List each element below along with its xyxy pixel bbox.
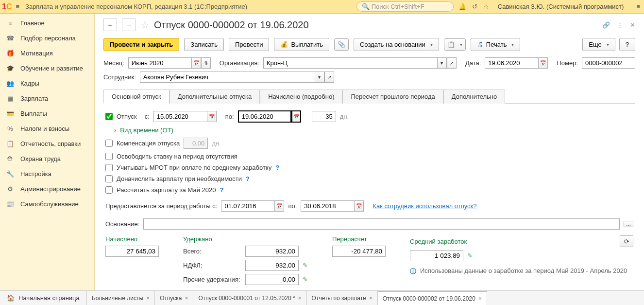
number-input[interactable] [582, 57, 635, 69]
tab-extra[interactable]: Дополнительно [443, 90, 506, 104]
time-kind-link[interactable]: Вид времени (ОТ) [120, 126, 173, 134]
compensation-checkbox[interactable] [105, 140, 113, 147]
date-to-calendar-button[interactable]: 📅 [291, 110, 301, 123]
mrot-checkbox[interactable] [105, 164, 113, 171]
extra-salary-help-icon[interactable]: ? [246, 175, 250, 182]
other-value[interactable] [245, 274, 299, 285]
bell-icon[interactable]: 🔔 [458, 3, 466, 10]
close-icon[interactable]: × [146, 295, 150, 302]
print-button[interactable]: 🖨Печать [471, 38, 521, 51]
sidebar-item-admin[interactable]: ⚙Администрирование [0, 181, 94, 197]
employee-dropdown-button[interactable]: ▾ [315, 72, 324, 83]
chevron-right-icon[interactable]: › [114, 126, 116, 134]
total-value[interactable] [245, 246, 299, 257]
star-icon[interactable]: ☆ [483, 3, 489, 10]
close-icon[interactable]: ✕ [630, 21, 635, 29]
period-from-calendar-button[interactable]: 📅 [274, 200, 284, 212]
create-based-button[interactable]: Создать на основании [354, 38, 439, 51]
more-button[interactable]: Еще [582, 38, 615, 51]
mrot-help-icon[interactable]: ? [275, 164, 279, 171]
days-input[interactable] [312, 111, 336, 122]
other-edit-icon[interactable]: ✎ [303, 276, 308, 283]
sidebar-item-hr[interactable]: 👥Кадры [0, 76, 94, 91]
save-button[interactable]: Записать [184, 38, 224, 51]
extra-salary-checkbox[interactable] [105, 175, 113, 182]
ndfl-edit-icon[interactable]: ✎ [303, 262, 308, 269]
link-icon[interactable]: 🔗 [602, 21, 610, 29]
btab-vacation-1[interactable]: Отпуск 0000-000001 от 12.05.2020 *× [193, 291, 306, 305]
history-icon[interactable]: ↺ [472, 3, 477, 10]
nav-forward-button[interactable]: → [122, 18, 136, 31]
tab-recalc[interactable]: Пересчет прошлого периода [342, 90, 443, 104]
sidebar-item-settings[interactable]: 🔧Настройка [0, 166, 94, 181]
btab-vacation-2[interactable]: Отпуск 0000-000002 от 19.06.2020× [378, 291, 487, 305]
sidebar-item-recruit[interactable]: ☎Подбор персонала [0, 31, 94, 46]
menu-icon[interactable]: ≡ [16, 3, 19, 10]
copy-button[interactable]: 📋 [444, 38, 466, 51]
kebab-icon[interactable]: ⋮ [617, 21, 623, 29]
date-calendar-button[interactable]: 📅 [538, 57, 548, 69]
gift-icon: 🎁 [6, 50, 15, 57]
panel-toggle-icon[interactable]: ≡ [634, 2, 642, 11]
btab-reports[interactable]: Отчеты по зарплате× [307, 291, 378, 305]
user-label[interactable]: Савинская З.Ю. (Системный программист) [498, 3, 624, 10]
month-spinner-button[interactable]: ⇅ [201, 57, 211, 69]
sidebar-item-training[interactable]: 🎓Обучение и развитие [0, 61, 94, 76]
vacation-checkbox[interactable] [105, 113, 113, 120]
employee-input[interactable] [140, 72, 315, 83]
tab-main-vacation[interactable]: Основной отпуск [103, 90, 169, 104]
pay-button[interactable]: 💰Выплатить [274, 38, 329, 51]
avg-edit-icon[interactable]: ✎ [467, 252, 473, 259]
recalc-value[interactable] [332, 246, 386, 257]
btab-vacations[interactable]: Отпуска× [155, 291, 193, 305]
close-icon[interactable]: × [298, 295, 302, 302]
avg-value[interactable] [410, 250, 463, 261]
org-open-button[interactable]: ↗ [447, 57, 457, 69]
month-input[interactable] [128, 57, 191, 69]
favorite-star-icon[interactable]: ☆ [140, 19, 149, 31]
phone-icon: ☎ [6, 35, 15, 42]
btab-sick[interactable]: Больничные листы× [87, 291, 155, 305]
period-from-input[interactable] [221, 200, 274, 212]
date-from-input[interactable] [153, 111, 207, 122]
date-input[interactable] [485, 57, 538, 69]
basis-input[interactable] [143, 218, 620, 230]
attach-button[interactable]: 📎 [334, 38, 349, 51]
basis-select-button[interactable]: … [624, 221, 633, 227]
refresh-button[interactable]: ⟳ [620, 235, 633, 247]
period-to-input[interactable] [301, 200, 354, 212]
close-icon[interactable]: × [369, 295, 373, 302]
month-calendar-button[interactable]: 📅 [191, 57, 201, 69]
org-dropdown-button[interactable]: ▾ [437, 57, 447, 69]
ndfl-value[interactable] [245, 260, 299, 271]
sidebar-item-taxes[interactable]: %Налоги и взносы [0, 121, 94, 136]
calc-salary-help-icon[interactable]: ? [220, 186, 223, 194]
date-from-calendar-button[interactable]: 📅 [207, 111, 217, 122]
post-and-close-button[interactable]: Провести и закрыть [103, 38, 179, 51]
search-input[interactable]: 🔍 Поиск Ctrl+Shift+F [356, 1, 454, 12]
sidebar-item-main[interactable]: ≡Главное [0, 16, 94, 31]
close-icon[interactable]: × [185, 295, 188, 302]
period-to-calendar-button[interactable]: 📅 [354, 200, 364, 212]
sidebar-item-safety[interactable]: ⛑Охрана труда [0, 151, 94, 166]
post-button[interactable]: Провести [229, 38, 270, 51]
release-rate-checkbox[interactable] [105, 153, 113, 160]
sidebar-item-reports[interactable]: 📋Отчетность, справки [0, 136, 94, 151]
compensation-input[interactable] [184, 138, 208, 149]
accrued-value[interactable] [105, 246, 159, 257]
org-input[interactable] [263, 57, 437, 69]
how-used-link[interactable]: Как сотрудник использовал отпуск? [373, 202, 476, 210]
home-tab[interactable]: 🏠 Начальная страница [0, 291, 87, 305]
sidebar-item-self[interactable]: 📰Самообслуживание [0, 197, 94, 212]
sidebar-item-payments[interactable]: 💳Выплаты [0, 106, 94, 121]
close-icon[interactable]: × [478, 295, 482, 302]
tab-additional[interactable]: Дополнительные отпуска [169, 90, 260, 104]
nav-back-button[interactable]: ← [103, 18, 117, 31]
employee-open-button[interactable]: ↗ [324, 72, 334, 83]
date-to-input[interactable] [238, 110, 291, 123]
tab-accrued[interactable]: Начислено (подробно) [260, 90, 342, 104]
calc-salary-checkbox[interactable] [105, 186, 113, 194]
help-button[interactable]: ? [619, 38, 635, 51]
sidebar-item-motivation[interactable]: 🎁Мотивация [0, 46, 94, 61]
sidebar-item-salary[interactable]: ▦Зарплата [0, 91, 94, 106]
